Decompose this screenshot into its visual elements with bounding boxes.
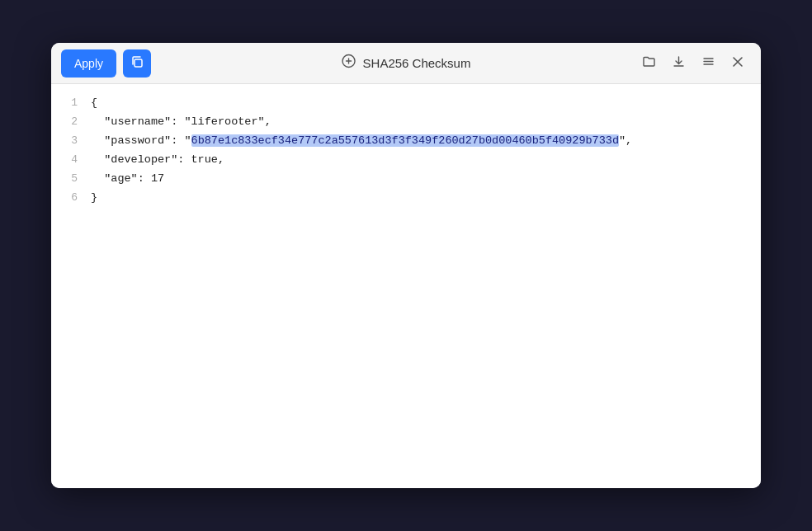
line-number-1: 1: [58, 94, 78, 112]
titlebar-left: Apply: [61, 49, 151, 78]
highlighted-hash: 6b87e1c833ecf34e777c2a557613d3f3f349f260…: [191, 134, 619, 147]
apply-label: Apply: [74, 57, 103, 70]
copy-button[interactable]: [123, 49, 151, 78]
open-icon: [642, 54, 656, 72]
window-title: SHA256 Checksum: [363, 56, 471, 70]
menu-button[interactable]: [695, 50, 721, 77]
line-content-2: "username": "liferooter",: [91, 113, 271, 132]
line-content-3: "password": "6b87e1c833ecf34e777c2a55761…: [91, 132, 632, 151]
line-content-6: }: [91, 189, 97, 208]
close-icon: [732, 54, 744, 72]
code-line-1: 1 {: [51, 94, 761, 113]
close-button[interactable]: [725, 50, 751, 77]
sha-icon: [342, 54, 356, 73]
line-content-4: "developer": true,: [91, 151, 224, 170]
line-number-2: 2: [58, 113, 78, 131]
menu-icon: [701, 54, 715, 72]
download-button[interactable]: [665, 50, 692, 77]
titlebar-right: [635, 50, 751, 77]
line-content-5: "age": 17: [91, 170, 164, 189]
titlebar-center: SHA256 Checksum: [342, 54, 471, 73]
code-line-2: 2 "username": "liferooter",: [51, 113, 761, 132]
line-number-5: 5: [58, 170, 78, 188]
code-line-5: 5 "age": 17: [51, 170, 761, 189]
svg-rect-0: [135, 59, 142, 67]
copy-icon: [130, 55, 144, 72]
line-number-6: 6: [58, 189, 78, 207]
code-content: 1 { 2 "username": "liferooter", 3 "passw…: [51, 84, 761, 488]
main-window: Apply SHA256 Checksum: [51, 43, 761, 488]
download-icon: [672, 54, 686, 72]
line-number-3: 3: [58, 132, 78, 150]
code-editor: 1 { 2 "username": "liferooter", 3 "passw…: [51, 94, 761, 208]
open-button[interactable]: [635, 50, 662, 77]
line-number-4: 4: [58, 151, 78, 169]
line-content-1: {: [91, 94, 97, 113]
code-line-6: 6 }: [51, 189, 761, 208]
titlebar: Apply SHA256 Checksum: [51, 43, 761, 84]
apply-button[interactable]: Apply: [61, 49, 116, 78]
code-line-3: 3 "password": "6b87e1c833ecf34e777c2a557…: [51, 132, 761, 151]
code-line-4: 4 "developer": true,: [51, 151, 761, 170]
